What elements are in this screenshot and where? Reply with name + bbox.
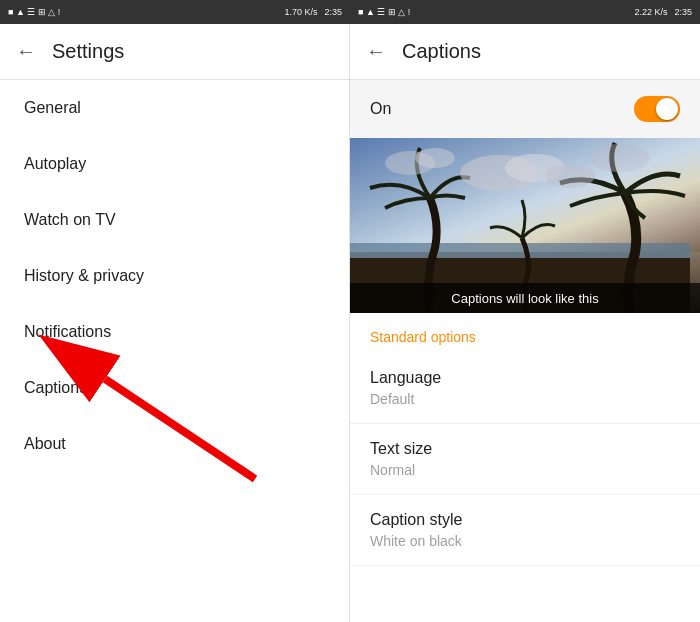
right-status-bar: ■ ▲ ☰ ⊞ △ ! 2.22 K/s 2:35 [350,0,700,24]
left-status-bar: ■ ▲ ☰ ⊞ △ ! 1.70 K/s 2:35 [0,0,350,24]
captions-header: ← Captions [350,24,700,80]
settings-item-watch-on-tv[interactable]: Watch on TV [0,192,349,248]
captions-toggle-label: On [370,100,391,118]
language-option-subtitle: Default [370,391,680,407]
right-speed: 2.22 K/s [634,7,667,17]
settings-item-notifications[interactable]: Notifications [0,304,349,360]
text-size-option[interactable]: Text size Normal [350,424,700,495]
captions-back-button[interactable]: ← [366,40,386,63]
captions-preview-image: Captions will look like this [350,138,700,313]
captions-toggle-switch[interactable] [634,96,680,122]
settings-item-history-privacy[interactable]: History & privacy [0,248,349,304]
captions-title: Captions [402,40,481,63]
svg-point-9 [590,144,650,172]
settings-title: Settings [52,40,124,63]
captions-toggle-thumb [656,98,678,120]
left-notification-icons: ■ ▲ ☰ ⊞ △ ! [8,7,60,17]
caption-preview-text: Captions will look like this [451,291,598,306]
standard-options-header: Standard options [350,313,700,353]
left-status-icons: ■ ▲ ☰ ⊞ △ ! [8,7,60,17]
right-notification-icons: ■ ▲ ☰ ⊞ △ ! [358,7,410,17]
caption-style-option-title: Caption style [370,511,680,529]
settings-header: ← Settings [0,24,349,80]
settings-back-button[interactable]: ← [16,40,36,63]
captions-toggle-row: On [350,80,700,138]
settings-panel: ← Settings General Autoplay Watch on TV … [0,24,350,622]
left-status-right-icons: 1.70 K/s 2:35 [284,7,342,17]
language-option[interactable]: Language Default [350,353,700,424]
text-size-option-subtitle: Normal [370,462,680,478]
settings-item-autoplay[interactable]: Autoplay [0,136,349,192]
right-status-icons: ■ ▲ ☰ ⊞ △ ! [358,7,410,17]
settings-item-general[interactable]: General [0,80,349,136]
right-status-right-icons: 2.22 K/s 2:35 [634,7,692,17]
left-speed: 1.70 K/s [284,7,317,17]
svg-point-8 [415,148,455,168]
settings-item-about[interactable]: About [0,416,349,472]
right-time: 2:35 [674,7,692,17]
settings-item-captions[interactable]: Captions [0,360,349,416]
caption-preview-bar: Captions will look like this [350,283,700,313]
caption-style-option[interactable]: Caption style White on black [350,495,700,566]
caption-style-option-subtitle: White on black [370,533,680,549]
language-option-title: Language [370,369,680,387]
left-time: 2:35 [324,7,342,17]
svg-point-6 [545,164,595,188]
main-content: ← Settings General Autoplay Watch on TV … [0,24,700,622]
text-size-option-title: Text size [370,440,680,458]
captions-panel: ← Captions On [350,24,700,622]
settings-list: General Autoplay Watch on TV History & p… [0,80,349,622]
status-bars: ■ ▲ ☰ ⊞ △ ! 1.70 K/s 2:35 ■ ▲ ☰ ⊞ △ ! 2.… [0,0,700,24]
